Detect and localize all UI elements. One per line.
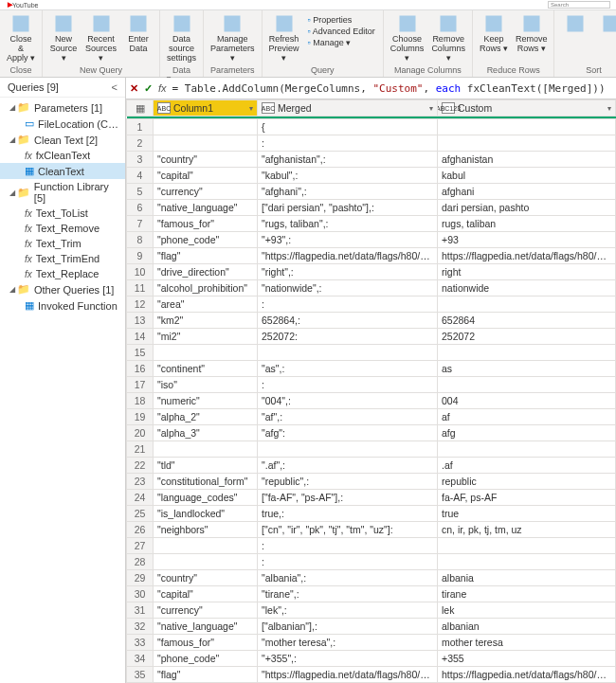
query-folder[interactable]: ◢📁Function Library [5] [0,179,125,206]
table-row[interactable]: 3"country""afghanistan",:afghanistan [127,152,616,168]
cell[interactable]: afg [438,425,616,441]
cell[interactable]: ["dari persian", "pashto"],: [258,200,438,216]
row-number[interactable]: 20 [127,425,154,441]
cell[interactable]: ["fa-AF", "ps-AF"],: [258,490,438,506]
cell[interactable]: "https://flagpedia.net/data/flags/h80/af… [258,248,438,264]
cell[interactable]: as [438,361,616,377]
row-number[interactable]: 35 [127,667,154,683]
table-row[interactable]: 10"drive_direction""right",:right [127,264,616,280]
cell[interactable]: tirane [438,586,616,602]
cell[interactable]: mother teresa [438,635,616,651]
type-icon[interactable]: ABC [157,102,171,114]
manage-button[interactable]: ▫ Manage ▾ [306,37,377,48]
table-row[interactable]: 22"tld"".af",:.af [127,458,616,474]
filter-dropdown-icon[interactable]: ▾ [249,104,253,113]
cell[interactable]: "native_language" [154,200,258,216]
cell[interactable] [154,538,258,554]
keep-rows-button[interactable]: KeepRows ▾ [477,12,511,65]
cell[interactable] [438,135,616,152]
cell[interactable]: right [438,264,616,280]
row-number[interactable]: 33 [127,635,154,651]
cell[interactable]: 652864 [438,313,616,329]
cell[interactable]: "mother teresa",: [258,635,438,651]
cell[interactable] [438,119,616,135]
table-row[interactable]: 27: [127,538,616,554]
row-number[interactable]: 7 [127,216,154,232]
cell[interactable]: "native_language" [154,619,258,635]
table-row[interactable]: 12"area": [127,297,616,313]
row-number[interactable]: 24 [127,490,154,506]
cell[interactable]: "afghanistan",: [258,152,438,168]
table-row[interactable]: 16"continent""as",:as [127,361,616,377]
cell[interactable] [258,441,438,458]
cell[interactable]: nationwide [438,280,616,297]
cell[interactable]: +355 [438,651,616,667]
table-row[interactable]: 25"is_landlocked"true,:true [127,506,616,522]
cell[interactable] [438,345,616,361]
cell[interactable]: ["cn", "ir", "pk", "tj", "tm", "uz"]: [258,522,438,538]
search-box-placeholder[interactable]: Search [548,1,610,9]
row-number[interactable]: 2 [127,135,154,152]
table-row[interactable]: 14"mi2"252072:252072 [127,329,616,345]
cell[interactable]: "nationwide",: [258,280,438,297]
row-number[interactable]: 10 [127,264,154,280]
row-number[interactable]: 29 [127,570,154,586]
table-row[interactable]: 32"native_language"["albanian"],:albania… [127,619,616,635]
cell[interactable]: https://flagpedia.net/data/flags/h80/al.… [438,667,616,683]
row-number[interactable]: 32 [127,619,154,635]
cell[interactable]: "alpha_3" [154,425,258,441]
cell[interactable]: 652864,: [258,313,438,329]
query-item[interactable]: fxText_Trim [0,236,125,251]
cell[interactable]: "country" [154,570,258,586]
cell[interactable]: "kabul",: [258,168,438,184]
table-row[interactable]: 15 [127,345,616,361]
cell[interactable]: "area" [154,297,258,313]
cell[interactable]: af [438,409,616,425]
cell[interactable]: "tirane",: [258,586,438,602]
table-row[interactable]: 23"constitutional_form""republic",:repub… [127,474,616,490]
cell[interactable]: : [258,297,438,313]
cell[interactable]: "country" [154,152,258,168]
cell[interactable]: "tld" [154,458,258,474]
table-row[interactable]: 4"capital""kabul",:kabul [127,168,616,184]
cell[interactable]: : [258,135,438,152]
cell[interactable]: : [258,377,438,393]
cell[interactable] [154,135,258,152]
data-source-settings-button[interactable]: Data sourcesettings [164,12,199,65]
query-item[interactable]: fxText_Remove [0,221,125,236]
row-number[interactable]: 15 [127,345,154,361]
cell[interactable]: "lek",: [258,602,438,619]
table-row[interactable]: 31"currency""lek",:lek [127,602,616,619]
cell[interactable]: "language_codes" [154,490,258,506]
cell[interactable]: "famous_for" [154,635,258,651]
cell[interactable]: "albania",: [258,570,438,586]
cell[interactable]: "republic",: [258,474,438,490]
cell[interactable]: "continent" [154,361,258,377]
sort-asc-button[interactable] [558,12,592,65]
corner-cell[interactable]: ▦ [127,100,154,117]
table-row[interactable]: 7"famous_for""rugs, taliban",:rugs, tali… [127,216,616,232]
row-number[interactable]: 11 [127,280,154,297]
row-number[interactable]: 26 [127,522,154,538]
cell[interactable]: "flag" [154,248,258,264]
cell[interactable]: "+93",: [258,232,438,248]
query-item[interactable]: ▦Invoked Function [0,297,125,314]
formula-input[interactable]: = Table.AddColumn(MergeColumns, "Custom"… [172,82,612,95]
enter-data-button[interactable]: EnterData [121,12,155,65]
row-number[interactable]: 19 [127,409,154,425]
cell[interactable]: lek [438,602,616,619]
cell[interactable] [438,297,616,313]
query-folder[interactable]: ◢📁Other Queries [1] [0,281,125,297]
table-row[interactable]: 30"capital""tirane",:tirane [127,586,616,602]
cell[interactable]: 252072 [438,329,616,345]
table-row[interactable]: 5"currency""afghani",:afghani [127,184,616,200]
table-row[interactable]: 18"numeric""004",:004 [127,393,616,409]
data-grid[interactable]: ▦ABCColumn1▾ABCMerged▾ABC123Custom▾1{2:3… [126,99,616,683]
remove-columns-button[interactable]: RemoveColumns ▾ [428,12,468,65]
cell[interactable]: "afg": [258,425,438,441]
row-number[interactable]: 22 [127,458,154,474]
cell[interactable]: "phone_code" [154,651,258,667]
cell[interactable] [438,554,616,570]
row-number[interactable]: 5 [127,184,154,200]
cell[interactable]: +93 [438,232,616,248]
